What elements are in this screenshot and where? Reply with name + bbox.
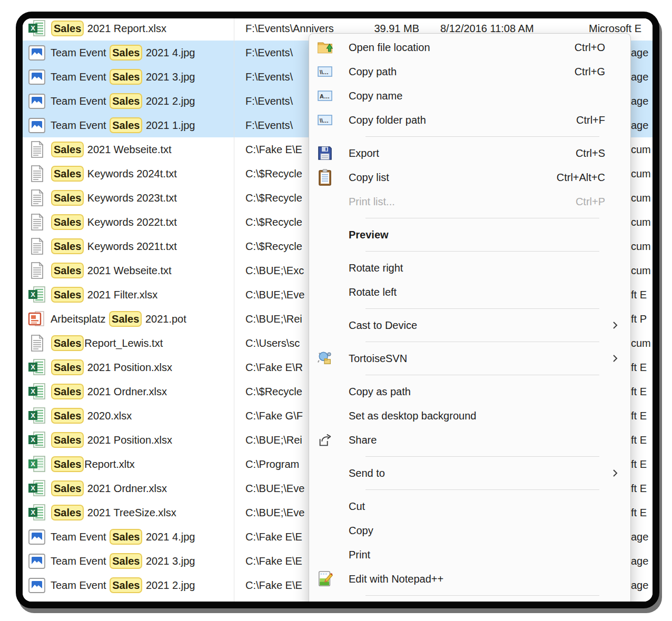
file-type-clipped-fragment: ft E — [631, 500, 647, 525]
menu-icon-placeholder — [317, 498, 333, 515]
file-name-text: 2021 3.jpg — [143, 71, 195, 83]
menu-separator — [309, 214, 630, 223]
search-match-highlight: Sales — [110, 69, 142, 85]
file-name-text: Team Event — [51, 119, 109, 131]
file-path: C:\Program — [245, 452, 299, 476]
menu-item-rotate-left[interactable]: Rotate left — [309, 280, 630, 304]
file-type-clipped-fragment: cum — [631, 210, 651, 234]
image-file-icon — [28, 116, 46, 134]
file-path: C:\Fake E\E — [245, 137, 302, 162]
menu-item-label: Copy list — [349, 172, 389, 184]
menu-item-label: Cast to Device — [349, 319, 417, 332]
menu-item-shortcut: Ctrl+O — [575, 42, 630, 54]
menu-item-label: Preview — [349, 229, 389, 241]
file-path: C:\Fake E\E — [245, 573, 302, 597]
txt-file-icon — [28, 189, 46, 207]
menu-separator — [309, 452, 630, 461]
file-type-clipped-fragment: age — [631, 89, 648, 113]
file-type-clipped-fragment: cum — [631, 258, 651, 283]
menu-item-label: Edit with Notepad++ — [349, 573, 443, 585]
menu-item-copy[interactable]: Copy — [309, 518, 630, 543]
file-type-clipped-fragment: ft E — [631, 355, 647, 379]
menu-item-preview[interactable]: Preview — [309, 223, 630, 247]
file-type-clipped-fragment: age — [631, 41, 648, 65]
menu-item-copy-path[interactable]: \\…Copy pathCtrl+G — [309, 59, 630, 84]
file-name: Sales 2021 Ordner.xlsx — [51, 476, 167, 500]
file-type-clipped-fragment: ft E — [631, 283, 647, 307]
menu-item-label: Print — [349, 549, 370, 561]
name-box-icon: A… — [317, 87, 333, 104]
menu-item-export[interactable]: ExportCtrl+S — [309, 141, 630, 165]
svg-text:X: X — [31, 460, 35, 468]
search-match-highlight: Sales — [51, 190, 84, 206]
menu-item-copy-list[interactable]: Copy listCtrl+Alt+C — [309, 165, 630, 189]
file-type-clipped-fragment: cum — [631, 162, 651, 186]
file-name-text: 2021 Position.xlsx — [84, 362, 172, 373]
excel-file-icon: X — [28, 479, 46, 497]
file-name-text: 2021 Report.xlsx — [84, 23, 166, 34]
image-file-icon — [28, 92, 46, 110]
menu-item-rotate-right[interactable]: Rotate right — [309, 256, 630, 280]
excel-file-icon: X — [28, 504, 46, 522]
file-name-text: Team Event — [51, 71, 109, 83]
submenu-chevron-icon — [612, 469, 618, 477]
menu-separator — [309, 132, 630, 141]
path-box-icon: \\… — [317, 112, 333, 128]
svg-text:X: X — [31, 484, 35, 492]
menu-item-edit-with-notepad[interactable]: Edit with Notepad++ — [309, 567, 630, 591]
file-type-clipped-fragment: ft E — [631, 476, 647, 500]
file-name: Team Event Sales 2021 3.jpg — [51, 549, 195, 573]
file-name-text: 2021 Webseite.txt — [84, 144, 171, 155]
menu-item-tortoisesvn[interactable]: TortoiseSVN — [309, 346, 630, 370]
file-name-text: 2021 1.jpg — [143, 119, 195, 131]
menu-item-label: Copy as path — [349, 386, 411, 398]
submenu-chevron-icon — [612, 321, 618, 329]
file-type-clipped-fragment: cum — [631, 186, 651, 210]
file-name: Sales 2021 Position.xlsx — [51, 355, 172, 379]
file-path: C:\BUE;\Exc — [245, 258, 304, 283]
search-match-highlight: Sales — [51, 263, 84, 278]
menu-item-cut[interactable]: Cut — [309, 494, 630, 518]
menu-item-label: Set as desktop background — [349, 410, 476, 422]
file-path: C:\BUE;\Rei — [245, 428, 302, 452]
file-path: C:\$Recycle — [245, 186, 302, 210]
menu-item-copy-as-path[interactable]: Copy as path — [309, 379, 630, 404]
file-name: Sales 2021 Report.xlsx — [51, 18, 166, 41]
file-name-text: 2021 Filter.xlsx — [84, 289, 157, 301]
menu-item-copy-folder-path[interactable]: \\…Copy folder pathCtrl+F — [309, 108, 630, 132]
search-match-highlight: Sales — [109, 311, 142, 327]
menu-item-cast-to-device[interactable]: Cast to Device — [309, 313, 630, 337]
menu-item-label: Open file location — [349, 42, 430, 54]
menu-item-print[interactable]: Print — [309, 543, 630, 567]
svg-text:A…: A… — [320, 93, 330, 99]
menu-item-open-file-location[interactable]: Open file locationCtrl+O — [309, 35, 630, 59]
folder-up-icon — [317, 39, 333, 56]
file-name-text: 2021 TreeSize.xlsx — [84, 507, 176, 518]
copy-list-icon — [317, 169, 333, 186]
menu-item-label: Send to — [349, 467, 385, 479]
menu-icon-placeholder — [317, 407, 333, 424]
menu-icon-placeholder — [317, 317, 333, 334]
file-path: C:\BUE;\Rei — [245, 307, 302, 331]
file-path: C:\$Recycle — [245, 379, 302, 404]
file-type-clipped-fragment: age — [631, 573, 648, 597]
menu-item-copy-name[interactable]: A…Copy name — [309, 84, 630, 108]
search-match-highlight: Sales — [110, 577, 142, 593]
file-name: Sales 2021 Position.xlsx — [51, 428, 172, 452]
excel-file-icon: X — [28, 358, 46, 376]
menu-item-label: Copy folder path — [349, 114, 426, 126]
menu-item-send-to[interactable]: Send to — [309, 461, 630, 485]
menu-item-shortcut: Ctrl+G — [575, 66, 630, 78]
txt-file-icon — [28, 141, 46, 158]
file-name: Team Event Sales 2021 1.jpg — [51, 597, 195, 602]
menu-item-set-as-desktop-background[interactable]: Set as desktop background — [309, 404, 630, 428]
menu-separator — [309, 337, 630, 346]
image-file-icon — [28, 576, 46, 594]
excel-template-file-icon: X — [28, 455, 46, 473]
file-name-text: Keywords 2021t.txt — [84, 241, 177, 252]
menu-separator — [309, 247, 630, 256]
svg-text:X: X — [31, 291, 35, 298]
search-match-highlight: Sales — [51, 238, 84, 254]
menu-item-share[interactable]: Share — [309, 428, 630, 452]
file-name-text: Team Event — [51, 555, 109, 567]
